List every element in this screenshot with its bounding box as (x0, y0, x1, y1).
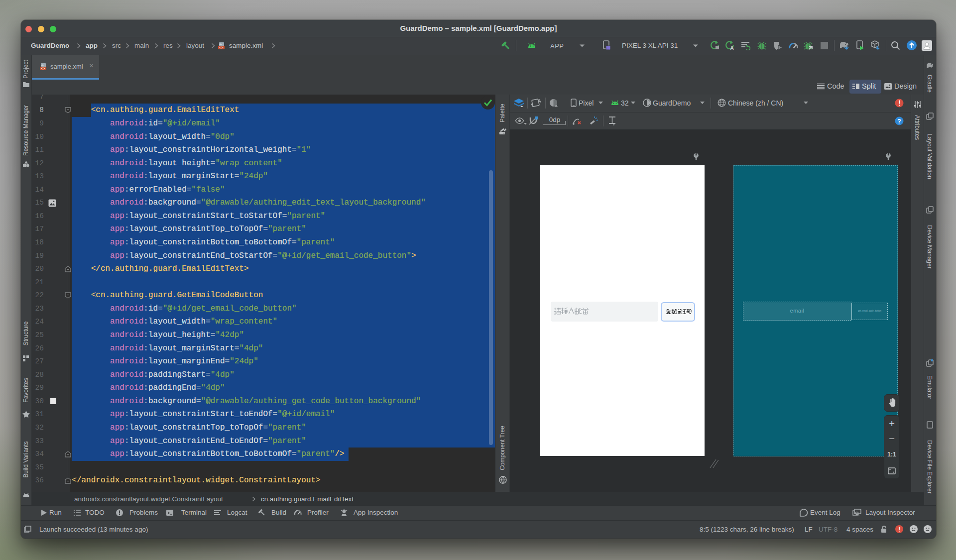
svg-text:A: A (730, 45, 733, 50)
svg-text:?: ? (897, 118, 901, 125)
svg-text:<>: <> (220, 46, 224, 50)
svg-text:<>: <> (41, 67, 45, 71)
